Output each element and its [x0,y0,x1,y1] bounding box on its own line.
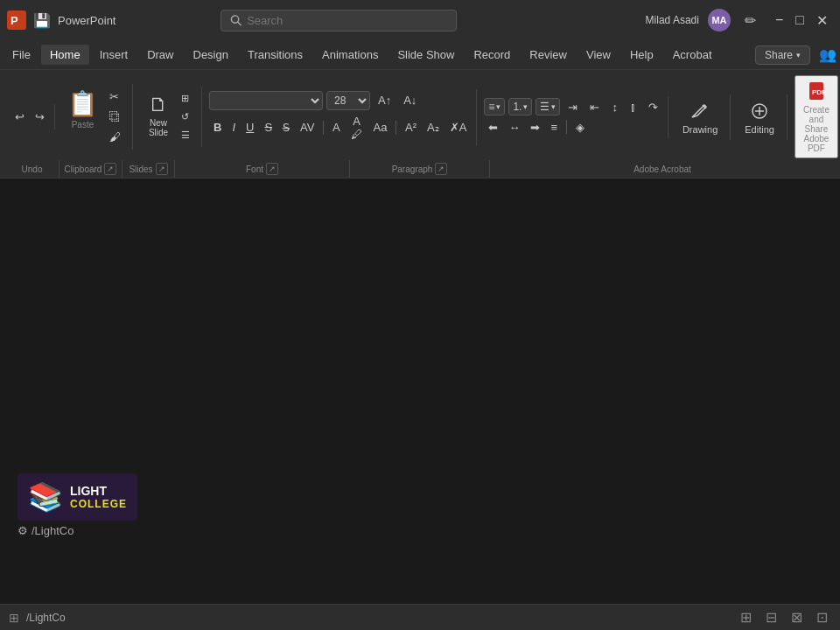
minimize-button[interactable]: − [770,10,788,31]
columns-button[interactable]: ⫿ [626,98,640,116]
menu-review[interactable]: Review [521,45,576,65]
editing-button[interactable]: Editing [738,96,781,138]
menu-record[interactable]: Record [465,45,519,65]
reading-view-button[interactable]: ⊡ [813,607,831,627]
numbering-dropdown[interactable]: 1.▾ [508,98,532,116]
bullets-dropdown[interactable]: ≡▾ [484,98,505,116]
menu-home[interactable]: Home [41,45,89,65]
font-family-select[interactable] [209,91,323,110]
underline-button[interactable]: U [242,118,258,136]
font-group: 28 A↑ A↓ B I U S S̶ AV A A🖊 Aa [204,89,477,145]
strikethrough-button[interactable]: S [260,118,276,136]
align-left-button[interactable]: ⬅ [484,118,502,136]
slide-sorter-button[interactable]: ⊠ [788,607,806,627]
smart-art-button[interactable]: ◈ [571,118,589,136]
menu-animations[interactable]: Animations [313,45,387,65]
subscript-button[interactable]: A₂ [423,118,444,136]
case-button[interactable]: Aa [369,118,392,136]
powerpoint-icon: P [7,10,26,30]
copy-button[interactable]: ⿻ [105,108,125,126]
menu-file[interactable]: File [4,45,39,65]
search-input[interactable] [247,14,447,27]
menu-insert[interactable]: Insert [91,45,137,65]
divider2 [396,121,396,135]
font-shrink-button[interactable]: A↓ [399,91,421,109]
create-pdf-button[interactable]: PDF Create and ShareAdobe PDF [794,75,838,158]
menu-slideshow[interactable]: Slide Show [388,45,463,65]
ribbon-labels-row: Undo Clipboard ↗ Slides ↗ Font ↗ Paragra… [5,160,835,178]
drawing-group: Drawing [670,94,731,140]
undo-group-label: Undo [22,164,43,174]
divider [323,121,324,135]
paragraph-expand-icon[interactable]: ↗ [435,163,447,175]
new-slide-label: NewSlide [149,118,168,137]
font-controls: 28 A↑ A↓ B I U S S̶ AV A A🖊 Aa [209,91,471,144]
menu-view[interactable]: View [578,45,620,65]
menu-transitions[interactable]: Transitions [239,45,312,65]
drawing-label: Drawing [682,124,718,135]
menu-draw[interactable]: Draw [138,45,182,65]
font-size-select[interactable]: 28 [326,91,370,110]
menu-acrobat[interactable]: Acrobat [664,45,721,65]
close-button[interactable]: ✕ [811,10,833,31]
italic-button[interactable]: I [228,118,240,136]
maximize-button[interactable]: □ [790,10,809,31]
slide-counter-icon: ⊞ [9,611,19,625]
align-right-button[interactable]: ➡ [526,118,544,136]
multilevel-dropdown[interactable]: ☰▾ [536,98,560,116]
share-button[interactable]: Share ▾ [755,46,810,65]
logo-path: ⚙ /LightCo [18,524,74,537]
indent-less-button[interactable]: ⇤ [585,98,604,116]
highlight-button[interactable]: A🖊 [346,112,368,144]
paste-icon: 📋 [67,89,98,118]
text-direction-button[interactable]: ↷ [644,98,662,116]
user-name: Milad Asadi [646,14,699,26]
superscript-button[interactable]: A² [401,118,421,136]
format-painter-button[interactable]: 🖌 [105,128,125,146]
editing-label: Editing [745,124,774,135]
new-slide-button[interactable]: 🗋 NewSlide [142,90,175,141]
ribbon: ↩ ↪ 📋 Paste ✂ ⿻ 🖌 🗋 NewSlide ⊞ [0,70,840,178]
acrobat-group: PDF Create and ShareAdobe PDF [789,74,840,160]
shadow-button[interactable]: S̶ [278,118,294,136]
undo-button[interactable]: ↩ [10,108,29,126]
layout-button[interactable]: ⊞ [177,90,194,107]
collab-icon[interactable]: 👥 [819,46,836,63]
char-spacing-button[interactable]: AV [296,118,318,136]
paragraph-label-cell: Paragraph ↗ [350,160,490,178]
font-expand-icon[interactable]: ↗ [266,163,278,175]
app-save-icon[interactable]: 💾 [33,12,51,29]
clipboard-expand-icon[interactable]: ↗ [104,163,116,175]
avatar[interactable]: MA [708,9,731,32]
section-button[interactable]: ☰ [177,127,194,144]
cut-button[interactable]: ✂ [105,88,125,106]
outline-view-button[interactable]: ⊟ [762,607,780,627]
slides-expand-icon[interactable]: ↗ [156,163,168,175]
clipboard-group: 📋 Paste ✂ ⿻ 🖌 [57,84,133,150]
paste-button[interactable]: 📋 Paste [64,88,102,131]
menu-help[interactable]: Help [621,45,662,65]
bold-button[interactable]: B [209,118,226,136]
drawing-button[interactable]: Drawing [676,96,724,138]
ribbon-row: ↩ ↪ 📋 Paste ✂ ⿻ 🖌 🗋 NewSlide ⊞ [5,74,835,160]
font-group-label: Font [246,164,263,174]
line-spacing-button[interactable]: ↕ [607,98,622,116]
menu-design[interactable]: Design [185,45,237,65]
search-icon [230,14,242,26]
indent-more-button[interactable]: ⇥ [564,98,582,116]
acrobat-label-cell: Adobe Acrobat [490,160,835,178]
font-grow-button[interactable]: A↑ [374,91,396,109]
redo-button[interactable]: ↪ [31,108,49,126]
font-color-button[interactable]: A [328,118,345,136]
logo-college-text: COLLEGE [70,498,127,510]
logo-container: 📚 LIGHT COLLEGE [18,473,137,521]
align-center-button[interactable]: ↔ [504,118,524,136]
clear-format-button[interactable]: ✗A [445,118,472,136]
reset-button[interactable]: ↺ [177,108,194,125]
justify-button[interactable]: ≡ [546,118,562,136]
normal-view-button[interactable]: ⊞ [737,607,755,627]
slides-label-cell: Slides ↗ [122,160,175,178]
slides-group: 🗋 NewSlide ⊞ ↺ ☰ [135,87,202,147]
logo-area: 📚 LIGHT COLLEGE ⚙ /LightCo [18,473,137,537]
pen-button[interactable]: ✏ [739,10,761,31]
